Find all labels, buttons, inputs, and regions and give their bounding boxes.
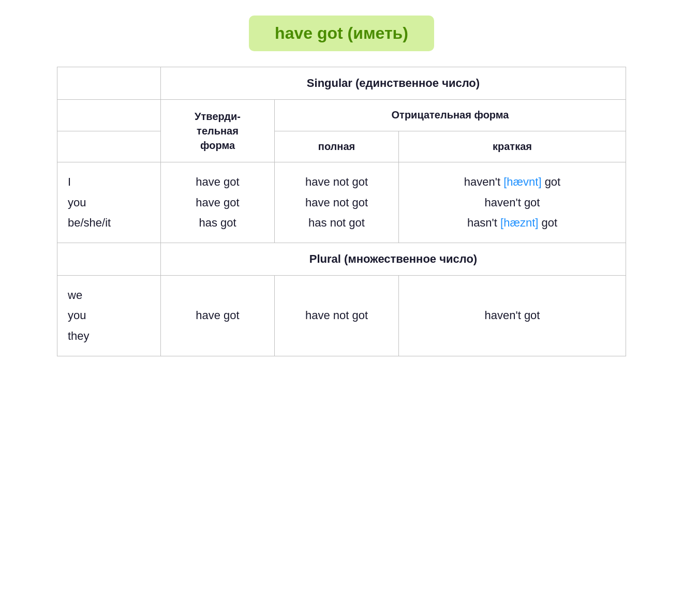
grammar-table: Singular (единственное число) Утверди-те… (57, 67, 626, 356)
plural-header-row: Plural (множественное число) (57, 243, 626, 275)
affirmative-header-text: Утверди-тельнаяформа (195, 111, 241, 151)
neg-full-he: has not got (308, 216, 365, 229)
affirmative-header: Утверди-тельнаяформа (161, 100, 275, 162)
plural-negative-short: haven't got (399, 275, 626, 356)
singular-pronouns: I you be/she/it (57, 162, 161, 243)
neg-short-i: haven't [hævnt] got (464, 175, 560, 188)
page-title: have got (иметь) (275, 24, 408, 42)
column-headers-row1: Утверди-тельнаяформа Отрицательная форма (57, 100, 626, 131)
aff-i: have got (196, 175, 239, 188)
pronoun-you: you (68, 196, 86, 209)
singular-negative-short: haven't [hævnt] got haven't got hasn't [… (399, 162, 626, 243)
neg-short-he: hasn't [hæznt] got (467, 216, 557, 229)
negative-short-subheader: краткая (399, 131, 626, 162)
singular-header-row: Singular (единственное число) (57, 67, 626, 100)
empty-cell-sub (57, 131, 161, 162)
aff-he: has got (199, 216, 236, 229)
pronoun-we: we (68, 289, 82, 302)
negative-full-subheader: полная (275, 131, 399, 162)
singular-affirmative: have got have got has got (161, 162, 275, 243)
plural-affirmative: have got (161, 275, 275, 356)
empty-cell-top (57, 67, 161, 100)
column-headers-row2: полная краткая (57, 131, 626, 162)
neg-short-you: haven't got (485, 196, 540, 209)
singular-header: Singular (единственное число) (161, 67, 626, 100)
pronoun-he-she-it: be/she/it (68, 216, 111, 229)
plural-header: Plural (множественное число) (161, 243, 626, 275)
phonetic-havent: [hævnt] (503, 175, 541, 188)
plural-pronouns: we you they (57, 275, 161, 356)
title-badge: have got (иметь) (249, 16, 434, 51)
empty-cell-plural (57, 243, 161, 275)
neg-full-i: have not got (305, 175, 368, 188)
pronoun-they: they (68, 329, 90, 342)
pronoun-i: I (68, 175, 71, 188)
aff-you: have got (196, 196, 239, 209)
plural-negative-full: have not got (275, 275, 399, 356)
empty-cell-mid (57, 100, 161, 131)
phonetic-hasnt: [hæznt] (500, 216, 538, 229)
singular-data-row: I you be/she/it have got have got has go… (57, 162, 626, 243)
negative-header: Отрицательная форма (275, 100, 626, 131)
page-container: have got (иметь) Singular (единственное … (57, 16, 626, 356)
plural-data-row: we you they have got have not got haven'… (57, 275, 626, 356)
pronoun-you-pl: you (68, 309, 86, 322)
singular-negative-full: have not got have not got has not got (275, 162, 399, 243)
neg-full-you: have not got (305, 196, 368, 209)
